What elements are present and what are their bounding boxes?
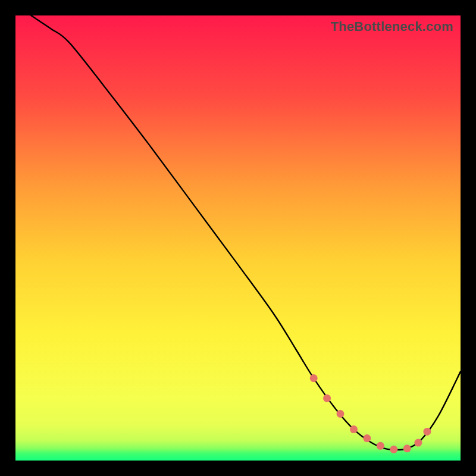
watermark-text: TheBottleneck.com xyxy=(331,19,453,35)
highlight-dot xyxy=(403,444,411,452)
chart-stage: TheBottleneck.com xyxy=(0,0,476,476)
highlight-dot xyxy=(323,394,331,402)
bottleneck-curve xyxy=(15,15,461,461)
highlight-dot xyxy=(337,410,345,418)
highlight-dot xyxy=(414,439,422,447)
plot-area: TheBottleneck.com xyxy=(15,15,461,461)
highlight-dot xyxy=(310,374,318,382)
highlight-dot xyxy=(423,428,431,436)
highlight-dot xyxy=(350,425,358,433)
highlight-dot xyxy=(377,442,384,450)
highlight-dot xyxy=(390,446,397,453)
highlight-dot xyxy=(363,434,371,442)
